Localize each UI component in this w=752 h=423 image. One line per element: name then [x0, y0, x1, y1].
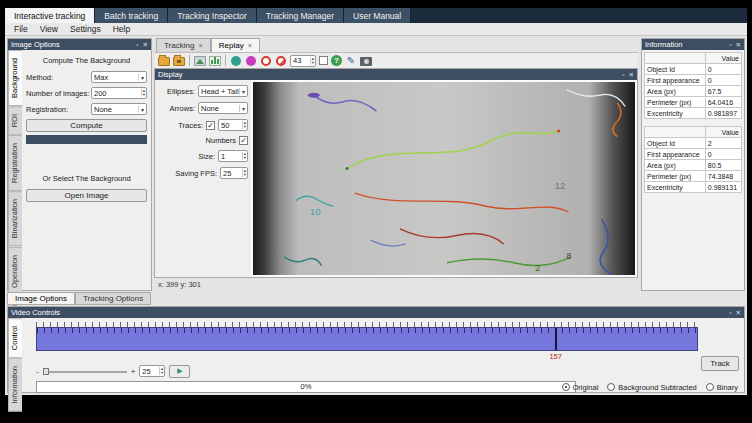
- close-panel-icon[interactable]: ✕: [629, 71, 634, 79]
- display-titlebar: Display ▫ ✕: [155, 69, 637, 80]
- size-value: 1: [221, 152, 225, 161]
- float-panel-icon[interactable]: ▫: [136, 41, 138, 49]
- radio-original-button[interactable]: [562, 383, 570, 391]
- rate-slider-handle[interactable]: [43, 368, 49, 375]
- video-open-icon[interactable]: [173, 55, 185, 67]
- track-button[interactable]: Track: [701, 356, 739, 371]
- radio-binary[interactable]: Binary: [706, 383, 738, 392]
- delete-object-icon[interactable]: [275, 55, 287, 67]
- annotate-pencil-icon[interactable]: ✎: [345, 55, 357, 67]
- object-id-spinner[interactable]: 43: [290, 55, 316, 67]
- side-tab-control[interactable]: Control: [8, 318, 22, 358]
- center-area: Tracking × Replay × 43 ? ✎: [154, 38, 638, 291]
- dock-tab-image-options[interactable]: Image Options: [7, 292, 75, 305]
- menu-settings[interactable]: Settings: [64, 23, 107, 35]
- video-controls-title: Video Controls: [11, 308, 60, 317]
- image-options-side-tabs: Background ROI Registration Binarization…: [8, 50, 22, 290]
- rate-slider[interactable]: [43, 367, 127, 376]
- close-panel-icon[interactable]: ✕: [143, 41, 148, 49]
- screenshot-camera-icon[interactable]: [360, 55, 372, 67]
- help-icon[interactable]: ?: [331, 55, 342, 66]
- traces-spinner[interactable]: 50: [218, 119, 248, 131]
- information-body: Value Object Id0 First appearance0 Area …: [642, 50, 744, 290]
- arrows-label: Arrows:: [170, 104, 195, 113]
- menu-help[interactable]: Help: [107, 23, 136, 35]
- method-value: Max: [94, 73, 108, 82]
- close-panel-icon[interactable]: ✕: [736, 309, 741, 317]
- traces-value: 50: [221, 121, 229, 130]
- cursor-coordinates: x: 399 y: 301: [158, 280, 201, 289]
- timeline-position-marker[interactable]: [555, 328, 557, 350]
- open-image-button[interactable]: Open Image: [26, 189, 147, 202]
- menu-file[interactable]: File: [8, 23, 34, 35]
- chart-icon[interactable]: [209, 55, 221, 67]
- registration-dropdown[interactable]: None: [91, 103, 147, 115]
- menu-view[interactable]: View: [34, 23, 64, 35]
- table-row: Perimeter (px)74.3848: [645, 171, 742, 182]
- radio-binary-button[interactable]: [706, 383, 714, 391]
- side-tab-information[interactable]: Information: [8, 358, 22, 412]
- method-dropdown[interactable]: Max: [91, 71, 147, 83]
- float-panel-icon[interactable]: ▫: [622, 71, 624, 79]
- image-icon[interactable]: [194, 55, 206, 67]
- traces-checkbox[interactable]: ✓: [206, 121, 215, 130]
- tab-tracking-manager[interactable]: Tracking Manager: [257, 8, 344, 23]
- tab-tracking-inspector[interactable]: Tracking Inspector: [168, 8, 257, 23]
- rate-minus[interactable]: -: [36, 367, 39, 376]
- numbers-checkbox[interactable]: ✓: [239, 136, 248, 145]
- tab-batch-tracking[interactable]: Batch tracking: [95, 8, 168, 23]
- information-panel: Information ▫ ✕ Value Object Id0 First a…: [641, 38, 745, 291]
- select-object-icon[interactable]: [260, 55, 272, 67]
- video-controls-side-tabs: Control Information: [8, 318, 22, 392]
- image-options-panel: Image Options ▫ ✕ Background ROI Registr…: [7, 38, 152, 291]
- number-of-images-spinner[interactable]: 200: [91, 87, 147, 99]
- side-tab-roi[interactable]: ROI: [8, 106, 22, 135]
- side-tab-operation[interactable]: Operation: [8, 247, 22, 296]
- replay-toolbar: 43 ? ✎: [154, 52, 638, 68]
- swap-object-icon[interactable]: [245, 55, 257, 67]
- close-tab-icon[interactable]: ×: [198, 41, 202, 50]
- dock-tab-tracking-options[interactable]: Tracking Options: [75, 292, 151, 305]
- frame-label-row: 157: [36, 352, 698, 361]
- fps-spinner[interactable]: 25: [139, 365, 165, 377]
- arrows-dropdown[interactable]: None: [198, 102, 248, 114]
- prev-object-icon[interactable]: [230, 55, 242, 67]
- side-tab-background[interactable]: Background: [8, 50, 22, 106]
- ellipses-dropdown[interactable]: Head + Tail: [198, 85, 248, 97]
- tab-tracking-view[interactable]: Tracking ×: [156, 38, 211, 52]
- saving-fps-spinner[interactable]: 25: [220, 167, 248, 179]
- tab-user-manual[interactable]: User Manual: [344, 8, 411, 23]
- toolbar-checkbox[interactable]: [319, 56, 328, 65]
- timeline-slider[interactable]: [36, 327, 698, 351]
- background-tab-content: Compute The Background Method: Max Numbe…: [22, 50, 151, 290]
- empty-header: [645, 53, 706, 64]
- fps-value: 25: [142, 367, 150, 376]
- close-tab-icon[interactable]: ×: [248, 41, 252, 50]
- radio-background-subtracted[interactable]: Background Subtracted: [607, 383, 696, 392]
- play-button[interactable]: ▶: [169, 365, 190, 378]
- float-panel-icon[interactable]: ▫: [729, 41, 731, 49]
- radio-original[interactable]: Original: [562, 383, 599, 392]
- side-tab-binarization[interactable]: Binarization: [8, 191, 22, 246]
- rate-plus[interactable]: +: [131, 367, 136, 376]
- compute-button[interactable]: Compute: [26, 119, 147, 132]
- close-panel-icon[interactable]: ✕: [736, 41, 741, 49]
- side-tab-registration[interactable]: Registration: [8, 135, 22, 191]
- toolbar-separator: [189, 55, 190, 66]
- table-row: Area (px)80.5: [645, 160, 742, 171]
- value-header: Value: [705, 53, 741, 64]
- registration-value: None: [94, 105, 112, 114]
- tab-replay-view[interactable]: Replay ×: [211, 38, 260, 52]
- current-frame-number: 157: [549, 352, 562, 361]
- size-spinner[interactable]: 1: [218, 150, 248, 162]
- object-number-2: 2: [535, 262, 540, 273]
- float-panel-icon[interactable]: ▫: [729, 309, 731, 317]
- tab-interactive-tracking[interactable]: Interactive tracking: [5, 8, 95, 23]
- table-row: Perimeter (px)64.0416: [645, 97, 742, 108]
- radio-background-subtracted-button[interactable]: [607, 383, 615, 391]
- display-title: Display: [158, 70, 183, 79]
- video-frame-area[interactable]: 10 12 2 8: [251, 80, 637, 277]
- compute-progress-bar: [26, 135, 147, 144]
- folder-open-icon[interactable]: [158, 55, 170, 67]
- video-frame: 10 12 2 8: [253, 82, 635, 275]
